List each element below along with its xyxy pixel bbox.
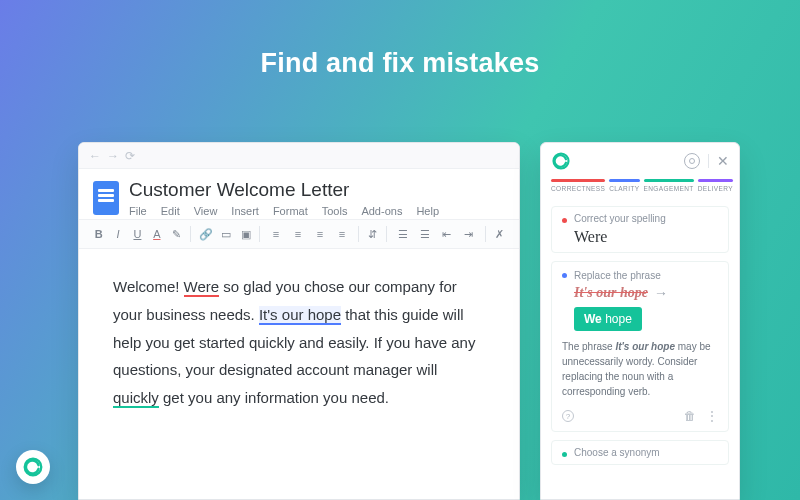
- outdent-icon[interactable]: ⇤: [439, 226, 455, 242]
- underline-icon[interactable]: U: [132, 226, 143, 242]
- category-clarity[interactable]: CLARITY: [609, 179, 639, 192]
- toolbar-separator: [259, 226, 260, 242]
- card-explanation: The phrase It's our hope may be unnecess…: [562, 339, 718, 399]
- clarity-error[interactable]: It's our hope: [259, 306, 341, 325]
- suggestion-card-synonym[interactable]: Choose a synonym: [551, 440, 729, 465]
- toolbar-separator: [190, 226, 191, 242]
- align-justify-icon[interactable]: ≡: [334, 226, 350, 242]
- numbered-list-icon[interactable]: ☰: [395, 226, 411, 242]
- insert-link-icon[interactable]: 🔗: [199, 226, 213, 242]
- menu-edit[interactable]: Edit: [161, 205, 180, 217]
- arrow-right-icon: →: [654, 285, 668, 301]
- toolbar-separator: [485, 226, 486, 242]
- suggestion-list: Correct your spelling Were Replace the p…: [541, 198, 739, 499]
- engagement-dot-icon: [562, 452, 567, 457]
- align-left-icon[interactable]: ≡: [268, 226, 284, 242]
- card-word: Were: [574, 228, 718, 246]
- grammarly-logo-icon: [551, 151, 571, 171]
- italic-icon[interactable]: I: [112, 226, 123, 242]
- card-footer: ? 🗑 ⋮: [562, 409, 718, 423]
- trash-icon[interactable]: 🗑: [684, 409, 696, 423]
- promo-stage: Find and fix mistakes ← → ⟳ Customer Wel…: [0, 0, 800, 500]
- insert-comment-icon[interactable]: ▭: [221, 226, 232, 242]
- card-title: Correct your spelling: [574, 213, 666, 224]
- toolbar-separator: [358, 226, 359, 242]
- body-text: Welcome!: [113, 278, 184, 295]
- docs-editor-window: ← → ⟳ Customer Welcome Letter File Edit …: [78, 142, 520, 500]
- info-icon[interactable]: ?: [562, 410, 574, 422]
- nav-forward-icon[interactable]: →: [107, 149, 119, 163]
- menu-bar: File Edit View Insert Format Tools Add-o…: [129, 205, 439, 217]
- bold-icon[interactable]: B: [93, 226, 104, 242]
- card-title: Replace the phrase: [574, 270, 661, 281]
- replacement-chip[interactable]: We hope: [574, 307, 642, 331]
- goals-icon[interactable]: [684, 153, 700, 169]
- insert-image-icon[interactable]: ▣: [240, 226, 251, 242]
- line-spacing-icon[interactable]: ⇵: [367, 226, 378, 242]
- formatting-toolbar: B I U A ✎ 🔗 ▭ ▣ ≡ ≡ ≡ ≡ ⇵ ☰ ☰ ⇤ ⇥: [79, 219, 519, 249]
- menu-view[interactable]: View: [194, 205, 218, 217]
- nav-back-icon[interactable]: ←: [89, 149, 101, 163]
- suggestion-card-spelling[interactable]: Correct your spelling Were: [551, 206, 729, 253]
- spelling-error[interactable]: Were: [184, 278, 220, 297]
- align-right-icon[interactable]: ≡: [312, 226, 328, 242]
- bulleted-list-icon[interactable]: ☰: [417, 226, 433, 242]
- grammarly-logo-icon: [22, 456, 44, 478]
- paint-format-icon[interactable]: ✎: [171, 226, 182, 242]
- suggestion-card-clarity[interactable]: Replace the phrase It's our hope → We ho…: [551, 261, 729, 432]
- browser-chrome-bar: ← → ⟳: [79, 143, 519, 169]
- indent-icon[interactable]: ⇥: [461, 226, 477, 242]
- menu-addons[interactable]: Add-ons: [361, 205, 402, 217]
- original-phrase: It's our hope: [574, 285, 648, 301]
- hero-title: Find and fix mistakes: [0, 48, 800, 79]
- menu-insert[interactable]: Insert: [231, 205, 259, 217]
- toolbar-separator: [386, 226, 387, 242]
- menu-format[interactable]: Format: [273, 205, 308, 217]
- clear-formatting-icon[interactable]: ✗: [494, 226, 505, 242]
- category-row: CORRECTNESS CLARITY ENGAGEMENT DELIVERY: [541, 175, 739, 198]
- align-center-icon[interactable]: ≡: [290, 226, 306, 242]
- doc-header: Customer Welcome Letter File Edit View I…: [79, 169, 519, 219]
- document-title[interactable]: Customer Welcome Letter: [129, 179, 439, 201]
- grammarly-panel: ✕ CORRECTNESS CLARITY ENGAGEMENT DELIVER…: [540, 142, 740, 500]
- text-color-icon[interactable]: A: [151, 226, 162, 242]
- close-icon[interactable]: ✕: [717, 153, 729, 169]
- menu-file[interactable]: File: [129, 205, 147, 217]
- menu-tools[interactable]: Tools: [322, 205, 348, 217]
- document-body[interactable]: Welcome! Were so glad you chose our comp…: [79, 249, 519, 436]
- card-title: Choose a synonym: [574, 447, 660, 458]
- nav-reload-icon[interactable]: ⟳: [125, 149, 135, 163]
- category-engagement[interactable]: ENGAGEMENT: [644, 179, 694, 192]
- engagement-error[interactable]: quickly: [113, 389, 159, 408]
- grammarly-badge[interactable]: [16, 450, 50, 484]
- clarity-dot-icon: [562, 273, 567, 278]
- divider: [708, 154, 709, 168]
- category-correctness[interactable]: CORRECTNESS: [551, 179, 605, 192]
- menu-help[interactable]: Help: [416, 205, 439, 217]
- body-text: get you any information you need.: [159, 389, 389, 406]
- correctness-dot-icon: [562, 218, 567, 223]
- google-docs-icon: [93, 181, 119, 215]
- category-delivery[interactable]: DELIVERY: [698, 179, 733, 192]
- panel-header: ✕: [541, 143, 739, 175]
- more-icon[interactable]: ⋮: [706, 409, 718, 423]
